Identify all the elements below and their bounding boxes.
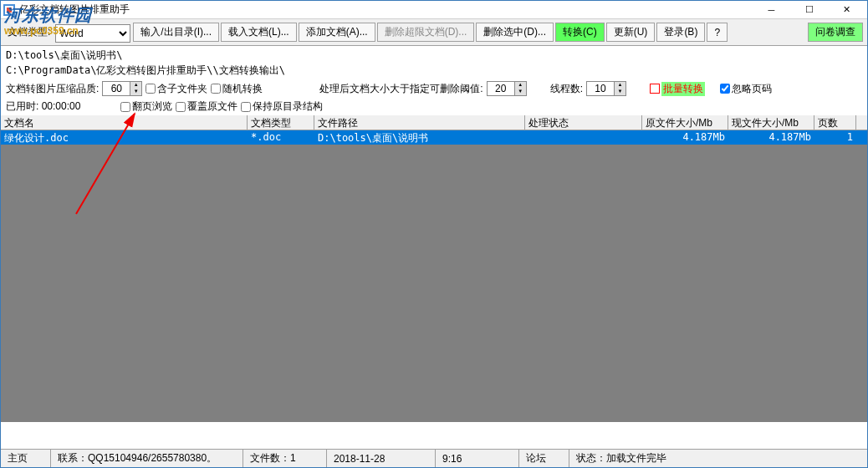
update-button[interactable]: 更新(U): [606, 23, 656, 42]
maximize-button[interactable]: ☐: [790, 2, 828, 18]
sb-filecount: 文件数：1: [243, 450, 327, 467]
convert-button[interactable]: 转换(C): [555, 23, 605, 42]
threads-spinner[interactable]: ▲▼: [586, 81, 626, 96]
table-header: 文档名 文档类型 文件路径 处理状态 原文件大小/Mb 现文件大小/Mb 页数: [1, 115, 867, 130]
threshold-spinner[interactable]: ▲▼: [487, 81, 527, 96]
batch-checkbox[interactable]: 批量转换: [650, 82, 705, 96]
spinner-down-icon[interactable]: ▼: [514, 89, 526, 95]
quality-input[interactable]: [103, 82, 130, 95]
threshold-input[interactable]: [488, 82, 514, 95]
sb-home[interactable]: 主页: [1, 450, 51, 467]
toolbar: 文档类型: Word 输入/出目录(I)... 载入文档(L)... 添加文档(…: [1, 19, 867, 46]
cell-origsize: 4.187Mb: [642, 130, 728, 145]
threads-label: 线程数:: [550, 82, 583, 96]
threshold-label: 处理后文档大小大于指定可删除阈值:: [319, 82, 483, 96]
help-button[interactable]: ?: [707, 23, 728, 42]
th-pages[interactable]: 页数: [814, 115, 856, 130]
overwrite-checkbox[interactable]: 覆盖原文件: [176, 99, 237, 114]
doc-type-select[interactable]: Word: [55, 24, 130, 43]
threads-input[interactable]: [587, 82, 614, 95]
cell-pages: 1: [814, 130, 856, 145]
spinner-up-icon[interactable]: ▲: [130, 82, 141, 89]
info-area: D:\tools\桌面\说明书\ C:\ProgramData\亿彩文档转图片排…: [1, 46, 867, 79]
window-controls: ─ ☐ ✕: [753, 2, 865, 18]
io-dir-button[interactable]: 输入/出目录(I)...: [133, 23, 219, 42]
del-sel-button[interactable]: 删除选中(D)...: [476, 23, 554, 42]
quality-spinner[interactable]: ▲▼: [102, 81, 142, 96]
keepdir-checkbox[interactable]: 保持原目录结构: [241, 99, 323, 114]
load-doc-button[interactable]: 载入文档(L)...: [221, 23, 297, 42]
sb-time: 9:16: [436, 450, 519, 467]
cell-type: *.doc: [248, 130, 314, 145]
subfolder-checkbox[interactable]: 含子文件夹: [146, 82, 207, 96]
app-icon: [3, 3, 16, 17]
spinner-down-icon[interactable]: ▼: [130, 89, 141, 95]
cell-filename: 绿化设计.doc: [1, 130, 248, 145]
options-row-1: 文档转图片压缩品质: ▲▼ 含子文件夹 随机转换 处理后文档大小大于指定可删除阈…: [1, 79, 867, 98]
svg-rect-2: [7, 8, 12, 13]
add-doc-button[interactable]: 添加文档(A)...: [299, 23, 375, 42]
cell-cursize: 4.187Mb: [728, 130, 814, 145]
close-button[interactable]: ✕: [828, 2, 865, 18]
th-filename[interactable]: 文档名: [1, 115, 248, 130]
sb-forum[interactable]: 论坛: [519, 450, 569, 467]
spinner-down-icon[interactable]: ▼: [614, 89, 625, 95]
output-path: C:\ProgramData\亿彩文档转图片排重助手\\文档转换输出\: [6, 63, 862, 78]
table-body: 绿化设计.doc *.doc D:\tools\桌面\说明书 4.187Mb 4…: [1, 130, 867, 145]
status-bar: 主页 联系：QQ15104946/2655780380。 文件数：1 2018-…: [1, 449, 867, 467]
th-origsize[interactable]: 原文件大小/Mb: [642, 115, 728, 130]
flip-checkbox[interactable]: 翻页浏览: [120, 99, 172, 114]
th-status[interactable]: 处理状态: [525, 115, 642, 130]
quality-label: 文档转图片压缩品质:: [6, 82, 99, 96]
table-row[interactable]: 绿化设计.doc *.doc D:\tools\桌面\说明书 4.187Mb 4…: [1, 130, 867, 145]
cell-path: D:\tools\桌面\说明书: [314, 130, 525, 145]
sb-date: 2018-11-28: [327, 450, 436, 467]
spinner-up-icon[interactable]: ▲: [514, 82, 526, 89]
th-path[interactable]: 文件路径: [314, 115, 525, 130]
random-checkbox[interactable]: 随机转换: [211, 82, 263, 96]
options-row-2: 已用时: 00:00:00 翻页浏览 覆盖原文件 保持原目录结构: [1, 98, 867, 115]
minimize-button[interactable]: ─: [753, 2, 790, 18]
doc-type-label: 文档类型:: [4, 21, 54, 43]
th-cursize[interactable]: 现文件大小/Mb: [728, 115, 814, 130]
input-path: D:\tools\桌面\说明书\: [6, 48, 862, 63]
sb-contact: 联系：QQ15104946/2655780380。: [51, 450, 243, 467]
titlebar: 亿彩文档转图片排重助手 ─ ☐ ✕: [1, 1, 867, 19]
th-type[interactable]: 文档类型: [248, 115, 314, 130]
cell-status: [525, 130, 642, 145]
sb-status: 状态：加载文件完毕: [569, 450, 867, 467]
file-table: 文档名 文档类型 文件路径 处理状态 原文件大小/Mb 现文件大小/Mb 页数 …: [1, 115, 867, 422]
survey-button[interactable]: 问卷调查: [808, 23, 863, 42]
spinner-up-icon[interactable]: ▲: [614, 82, 625, 89]
ignore-page-checkbox[interactable]: 忽略页码: [720, 82, 772, 96]
app-title: 亿彩文档转图片排重助手: [19, 3, 753, 17]
login-button[interactable]: 登录(B): [656, 23, 705, 42]
del-over-button[interactable]: 删除超限文档(D)...: [377, 23, 475, 42]
elapsed-label: 已用时: 00:00:00: [6, 99, 80, 114]
